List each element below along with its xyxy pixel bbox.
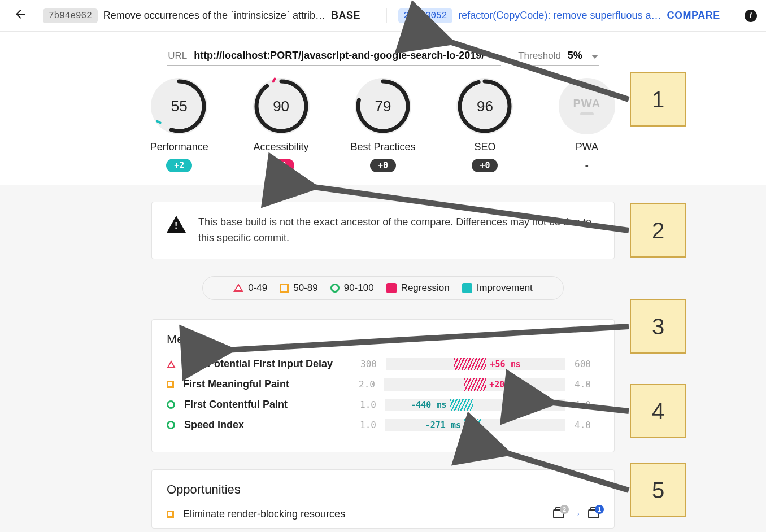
annotation-callout-3: 3 [630,299,686,354]
metric-delta: -271 ms [425,420,461,430]
compare-build[interactable]: 2f783052 refactor(CopyCode): remove supe… [386,8,735,23]
base-hash-pill: 7b94e962 [43,8,98,23]
opportunities-title: Opportunities [167,482,599,497]
gauge-score: 90 [253,78,310,134]
metric-name: First Meaningful Paint [183,378,341,390]
warning-text: This base build is not the exact ancesto… [198,215,599,246]
base-commit-message: Remove occurrences of the `intrinsicsize… [103,10,325,21]
threshold-selector[interactable]: Threshold 5% [517,47,599,66]
threshold-value: 5% [568,50,582,62]
legend-poor: 0-49 [233,282,267,294]
opportunity-compare-icons: 2 → 1 [553,508,599,520]
delta-pill: +2 [166,159,192,172]
gauge-best-practices[interactable]: 79 Best Practices +0 [350,78,416,172]
url-selector[interactable]: URL http://localhost:PORT/javascript-and… [167,47,501,66]
metric-delta: +56 ms [490,359,520,369]
metric-max: 4.0 [574,420,599,430]
metric-max: 4.0 [574,379,599,390]
metric-delta: +209 ms [489,380,525,390]
circle-icon [167,400,175,409]
metric-row[interactable]: First Contentful Paint 1.0 -440 ms 4.0 [167,399,599,411]
delta-pill: +0 [370,159,396,172]
metric-bar: -440 ms [385,399,565,411]
gauge-label: SEO [474,141,495,153]
delta-pill: -8 [268,159,294,172]
annotation-callout-5: 5 [630,463,686,517]
metric-min: 2.0 [350,379,375,390]
chevron-down-icon [493,55,500,59]
category-gauges: 55 Performance +2 90 Accessibility -8 79… [146,78,620,172]
circle-icon [330,284,340,293]
top-bar: 7b94e962 Remove occurrences of the `intr… [0,0,766,32]
gauge-score: 96 [456,78,513,134]
threshold-label: Threshold [518,50,561,62]
square-icon [167,511,174,518]
annotation-callout-4: 4 [630,384,686,438]
metric-delta: -440 ms [411,400,446,410]
metric-name: First Contentful Paint [184,399,342,411]
opportunity-row[interactable]: Eliminate render-blocking resources 2 → … [167,508,599,520]
metric-name: Max Potential First Input Delay [185,358,343,370]
improvement-swatch [462,283,472,293]
metric-max: 600 [574,359,599,369]
delta-pill: - [576,159,597,172]
pwa-icon: PWA [573,97,601,110]
opportunity-name: Eliminate render-blocking resources [183,508,544,520]
legend: 0-49 50-89 90-100 Regression Improvement [202,276,564,300]
badge: 2 [560,505,569,514]
metric-row[interactable]: First Meaningful Paint 2.0 +209 ms 4.0 [167,378,599,391]
gauge-label: Best Practices [350,141,415,153]
gauge-label: PWA [576,141,598,153]
metric-min: 1.0 [351,420,376,430]
compare-commit-message: refactor(CopyCode): remove superfluous a… [458,10,661,21]
compare-tag: COMPARE [667,10,720,21]
back-button[interactable] [9,5,32,27]
square-icon [167,381,174,388]
summary-section: URL http://localhost:PORT/javascript-and… [146,32,620,172]
metric-min: 300 [352,359,377,369]
base-build[interactable]: 7b94e962 Remove occurrences of the `intr… [38,8,380,23]
url-label: URL [168,50,187,62]
tab-icon: 1 [588,509,599,518]
arrow-right-icon: → [571,508,581,520]
gauge-label: Accessibility [254,141,309,153]
annotation-callout-1: 1 [630,72,686,127]
legend-average: 50-89 [280,282,317,294]
metric-bar: +56 ms [386,358,565,370]
metric-row[interactable]: Speed Index 1.0 -271 ms 4.0 [167,419,599,431]
legend-regression: Regression [386,282,450,294]
circle-icon [167,421,175,429]
metrics-card: Metrics Max Potential First Input Delay … [151,319,615,452]
gauge-accessibility[interactable]: 90 Accessibility -8 [247,78,314,172]
url-value: http://localhost:PORT/javascript-and-goo… [194,50,484,62]
opportunities-card: Opportunities Eliminate render-blocking … [151,469,615,529]
gauge-performance[interactable]: 55 Performance +2 [146,78,212,172]
metric-bar: -271 ms [385,419,565,431]
metric-row[interactable]: Max Potential First Input Delay 300 +56 … [167,358,599,370]
warning-card: This base build is not the exact ancesto… [151,202,615,259]
gauge-score: 79 [355,78,411,134]
metric-min: 1.0 [351,399,376,410]
legend-improvement: Improvement [462,282,533,294]
gauge-pwa[interactable]: PWA PWA - [554,78,620,172]
delta-pill: +0 [472,159,498,172]
annotation-callout-2: 2 [630,203,686,258]
triangle-icon [167,360,176,368]
square-icon [280,284,289,293]
metric-bar: +209 ms [384,378,565,391]
base-tag: BASE [331,10,360,21]
legend-good: 90-100 [330,282,374,294]
warning-icon [167,216,186,233]
triangle-icon [233,284,243,292]
compare-hash-pill: 2f783052 [398,8,453,23]
controls-row: URL http://localhost:PORT/javascript-and… [146,47,620,66]
metric-max: 4.0 [574,399,599,410]
tab-icon: 2 [553,509,564,518]
metric-name: Speed Index [184,419,342,431]
gauge-seo[interactable]: 96 SEO +0 [451,78,518,172]
gauge-label: Performance [150,141,208,153]
gauge-score: 55 [151,78,207,134]
badge: 1 [595,505,604,514]
info-icon[interactable]: i [745,10,757,22]
chevron-down-icon [591,55,598,59]
